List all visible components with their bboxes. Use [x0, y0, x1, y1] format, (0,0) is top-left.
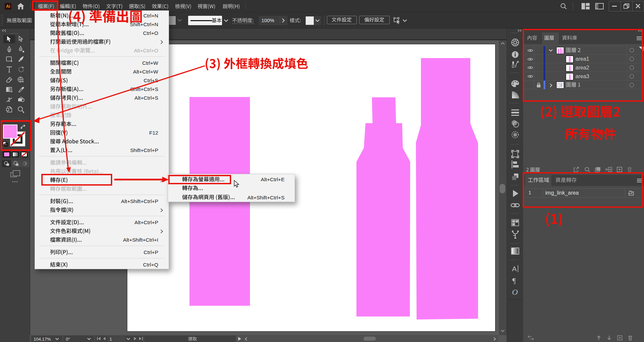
svg-text:¶: ¶: [512, 277, 516, 285]
svg-text:O: O: [512, 288, 518, 296]
svg-text:A: A: [512, 265, 517, 273]
